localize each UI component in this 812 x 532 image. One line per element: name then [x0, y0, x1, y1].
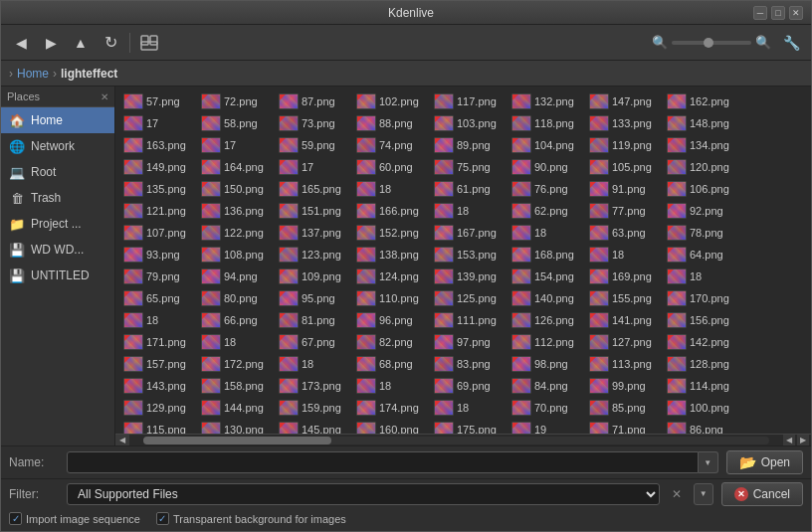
reload-button[interactable]: ↻	[97, 30, 124, 56]
list-item[interactable]: 166.png	[352, 200, 430, 222]
list-item[interactable]: 163.png	[119, 134, 197, 156]
list-item[interactable]: 61.png	[430, 178, 508, 200]
list-item[interactable]: 88.png	[352, 112, 430, 134]
list-item[interactable]: 18	[119, 309, 197, 331]
name-input[interactable]	[67, 451, 699, 473]
list-item[interactable]: 77.png	[585, 200, 663, 222]
list-item[interactable]: 174.png	[352, 397, 430, 419]
list-item[interactable]: 100.png	[663, 397, 740, 419]
list-item[interactable]: 78.png	[663, 222, 740, 244]
list-item[interactable]: 117.png	[430, 90, 508, 112]
list-item[interactable]: 79.png	[119, 266, 197, 287]
list-item[interactable]: 114.png	[663, 375, 740, 397]
list-item[interactable]: 119.png	[585, 134, 663, 156]
list-item[interactable]: 18	[352, 178, 430, 200]
list-item[interactable]: 125.png	[430, 287, 508, 309]
list-item[interactable]: 19	[508, 419, 585, 434]
list-item[interactable]: 165.png	[275, 178, 352, 200]
list-item[interactable]: 156.png	[663, 309, 740, 331]
scroll-right-button2[interactable]: ▶	[797, 435, 809, 446]
file-area[interactable]: 57.png72.png87.png102.png117.png132.png1…	[115, 87, 811, 434]
list-item[interactable]: 120.png	[663, 156, 740, 178]
list-item[interactable]: 102.png	[352, 90, 430, 112]
list-item[interactable]: 168.png	[508, 244, 585, 266]
scroll-left-button[interactable]: ◀	[115, 435, 129, 446]
list-item[interactable]: 118.png	[508, 112, 585, 134]
sidebar-item-home[interactable]: 🏠 Home	[1, 107, 114, 133]
list-item[interactable]: 91.png	[585, 178, 663, 200]
list-item[interactable]: 160.png	[352, 419, 430, 434]
list-item[interactable]: 89.png	[430, 134, 508, 156]
list-item[interactable]: 153.png	[430, 244, 508, 266]
transparent-bg-checkbox[interactable]: Transparent background for images	[156, 512, 346, 525]
up-button[interactable]: ▲	[67, 30, 95, 56]
horizontal-scrollbar[interactable]: ◀ ◀ ▶	[115, 434, 811, 445]
sidebar-item-untitled[interactable]: 💾 UNTITLED	[1, 263, 114, 288]
list-item[interactable]: 103.png	[430, 112, 508, 134]
list-item[interactable]: 57.png	[119, 90, 197, 112]
filter-dropdown-button[interactable]: ▼	[694, 483, 713, 505]
filter-select[interactable]: All Supported Files	[67, 483, 660, 505]
list-item[interactable]: 85.png	[585, 397, 663, 419]
list-item[interactable]: 58.png	[197, 112, 275, 134]
list-item[interactable]: 67.png	[275, 331, 352, 353]
list-item[interactable]: 18	[352, 375, 430, 397]
list-item[interactable]: 76.png	[508, 178, 585, 200]
maximize-button[interactable]: □	[771, 6, 785, 20]
list-item[interactable]: 59.png	[275, 134, 352, 156]
list-item[interactable]: 17	[119, 112, 197, 134]
list-item[interactable]: 111.png	[430, 309, 508, 331]
list-item[interactable]: 83.png	[430, 353, 508, 375]
zoom-in-icon[interactable]: 🔍	[755, 35, 771, 50]
sidebar-close-button[interactable]: ✕	[101, 91, 108, 102]
list-item[interactable]: 126.png	[508, 309, 585, 331]
list-item[interactable]: 136.png	[197, 200, 275, 222]
list-item[interactable]: 169.png	[585, 266, 663, 287]
list-item[interactable]: 92.png	[663, 200, 740, 222]
list-item[interactable]: 18	[430, 397, 508, 419]
list-item[interactable]: 112.png	[508, 331, 585, 353]
list-item[interactable]: 82.png	[352, 331, 430, 353]
import-sequence-checkbox[interactable]: Import image sequence	[9, 512, 140, 525]
list-item[interactable]: 129.png	[119, 397, 197, 419]
list-item[interactable]: 135.png	[119, 178, 197, 200]
list-item[interactable]: 106.png	[663, 178, 740, 200]
list-item[interactable]: 145.png	[275, 419, 352, 434]
list-item[interactable]: 164.png	[197, 156, 275, 178]
list-item[interactable]: 110.png	[352, 287, 430, 309]
sidebar-item-root[interactable]: 💻 Root	[1, 159, 114, 185]
cancel-button[interactable]: ✕ Cancel	[721, 482, 803, 506]
list-item[interactable]: 151.png	[275, 200, 352, 222]
list-item[interactable]: 109.png	[275, 266, 352, 287]
list-item[interactable]: 144.png	[197, 397, 275, 419]
list-item[interactable]: 99.png	[585, 375, 663, 397]
list-item[interactable]: 123.png	[275, 244, 352, 266]
list-item[interactable]: 66.png	[197, 309, 275, 331]
list-item[interactable]: 63.png	[585, 222, 663, 244]
list-item[interactable]: 152.png	[352, 222, 430, 244]
list-item[interactable]: 17	[275, 156, 352, 178]
zoom-out-icon[interactable]: 🔍	[652, 35, 668, 50]
list-item[interactable]: 98.png	[508, 353, 585, 375]
list-item[interactable]: 155.png	[585, 287, 663, 309]
forward-button[interactable]: ▶	[37, 30, 65, 56]
list-item[interactable]: 134.png	[663, 134, 740, 156]
list-item[interactable]: 62.png	[508, 200, 585, 222]
list-item[interactable]: 96.png	[352, 309, 430, 331]
list-item[interactable]: 97.png	[430, 331, 508, 353]
open-button[interactable]: 📂 Open	[726, 450, 803, 474]
sidebar-item-trash[interactable]: 🗑 Trash	[1, 185, 114, 211]
list-item[interactable]: 162.png	[663, 90, 740, 112]
name-dropdown-button[interactable]: ▼	[699, 451, 718, 473]
list-item[interactable]: 81.png	[275, 309, 352, 331]
list-item[interactable]: 121.png	[119, 200, 197, 222]
list-item[interactable]: 157.png	[119, 353, 197, 375]
bookmarks-button[interactable]	[135, 30, 163, 56]
list-item[interactable]: 73.png	[275, 112, 352, 134]
list-item[interactable]: 141.png	[585, 309, 663, 331]
list-item[interactable]: 75.png	[430, 156, 508, 178]
list-item[interactable]: 127.png	[585, 331, 663, 353]
list-item[interactable]: 80.png	[197, 287, 275, 309]
filter-clear-button[interactable]: ✕	[668, 485, 686, 503]
list-item[interactable]: 139.png	[430, 266, 508, 287]
